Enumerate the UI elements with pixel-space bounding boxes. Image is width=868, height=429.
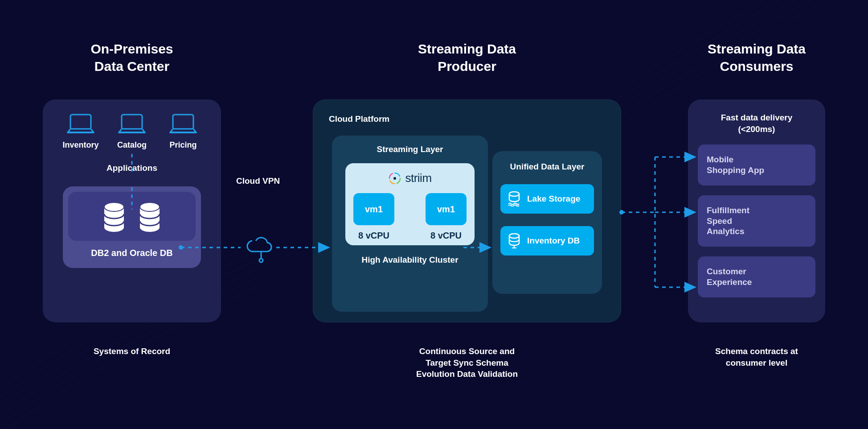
striim-brand-text: striim <box>405 171 431 185</box>
db-inner <box>68 192 196 241</box>
ha-cluster-card: striim vm1 8 vCPU vm1 8 vCPU <box>345 163 475 245</box>
database-icon <box>137 202 162 233</box>
db-label: DB2 and Oracle DB <box>68 248 196 258</box>
unified-layer-card: Unified Data Layer Lake Storage Inventor… <box>492 151 602 294</box>
title-producer: Streaming Data Producer <box>313 40 621 75</box>
laptop-icon <box>66 113 95 135</box>
vm-2: vm1 8 vCPU <box>426 193 467 241</box>
laptop-pricing: Pricing <box>159 113 208 150</box>
database-icon <box>102 202 127 233</box>
vm-chip: vm1 <box>426 193 467 225</box>
laptop-icon <box>117 113 147 135</box>
panel-consumers: Fast data delivery (<200ms) Mobile Shopp… <box>688 99 825 322</box>
vm-chip: vm1 <box>353 193 394 225</box>
svg-point-11 <box>259 259 263 262</box>
panel-onprem: Inventory Catalog Pricing Applications <box>43 99 221 322</box>
vm-1: vm1 8 vCPU <box>353 193 394 241</box>
consumer-fulfillment: Fulfillment Speed Analytics <box>698 195 815 247</box>
laptop-icon <box>168 113 198 135</box>
panel-cloud: Cloud Platform Streaming Layer striim <box>313 99 621 322</box>
vm-row: vm1 8 vCPU vm1 8 vCPU <box>353 193 467 241</box>
ha-cluster-label: High Availability Cluster <box>332 255 488 265</box>
laptop-catalog: Catalog <box>107 113 156 150</box>
laptop-label: Pricing <box>169 140 197 150</box>
svg-rect-2 <box>173 115 193 129</box>
consumer-customer: Customer Experience <box>698 256 815 297</box>
inventory-db-item: Inventory DB <box>500 226 594 256</box>
inventory-db-label: Inventory DB <box>527 236 580 246</box>
svg-rect-0 <box>70 115 91 129</box>
unified-layer-title: Unified Data Layer <box>500 162 594 172</box>
db-card: DB2 and Oracle DB <box>63 186 201 268</box>
vm-cpu: 8 vCPU <box>358 231 389 241</box>
striim-logo-icon <box>388 172 401 185</box>
striim-brand: striim <box>353 171 467 185</box>
lake-storage-label: Lake Storage <box>527 194 580 204</box>
streaming-layer-card: Streaming Layer striim vm1 8 vCPU <box>332 136 488 312</box>
svg-point-7 <box>393 177 396 180</box>
caption-onprem: Systems of Record <box>43 346 221 357</box>
laptop-label: Inventory <box>62 140 98 150</box>
inventory-db-icon <box>508 233 521 248</box>
consumers-header: Fast data delivery (<200ms) <box>688 99 825 135</box>
applications-label: Applications <box>43 163 221 173</box>
title-consumers: Streaming Data Consumers <box>688 40 825 75</box>
caption-consumers: Schema contracts at consumer level <box>688 346 825 368</box>
cloud-platform-label: Cloud Platform <box>329 114 389 124</box>
cloud-vpn-label: Cloud VPN <box>236 176 280 186</box>
streaming-layer-title: Streaming Layer <box>332 144 488 154</box>
title-onprem: On-Premises Data Center <box>43 40 221 75</box>
laptop-inventory: Inventory <box>56 113 105 150</box>
laptops-row: Inventory Catalog Pricing <box>43 99 221 150</box>
lake-storage-item: Lake Storage <box>500 184 594 214</box>
vm-cpu: 8 vCPU <box>430 231 462 241</box>
svg-point-9 <box>509 234 519 238</box>
consumer-mobile: Mobile Shopping App <box>698 144 815 186</box>
svg-rect-1 <box>122 115 142 129</box>
caption-producer: Continuous Source and Target Sync Schema… <box>313 346 621 380</box>
laptop-label: Catalog <box>117 140 147 150</box>
cloud-vpn-icon <box>247 238 271 262</box>
svg-point-8 <box>509 192 519 196</box>
lake-storage-icon <box>508 191 521 206</box>
